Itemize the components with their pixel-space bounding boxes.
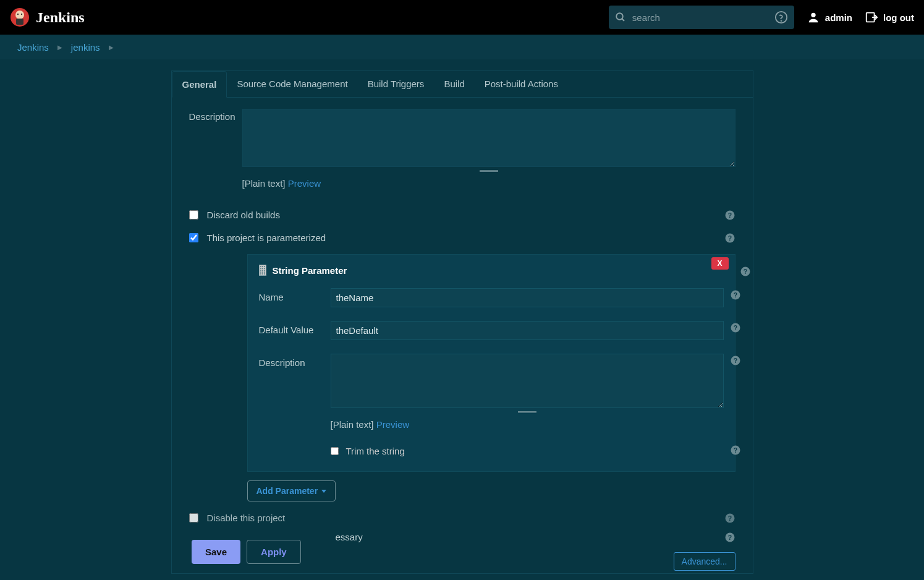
search-input[interactable] [632,12,768,23]
breadcrumb-item-root[interactable]: Jenkins [17,42,49,53]
help-icon[interactable]: ? [730,445,741,458]
param-name-label: Name [259,288,331,302]
chevron-right-icon: ▶ [109,44,114,51]
plain-text-marker: [Plain text] [331,419,374,430]
svg-text:?: ? [733,291,737,299]
resize-handle-icon[interactable] [331,411,724,413]
preview-link[interactable]: Preview [376,419,409,430]
param-name-input[interactable] [331,288,724,307]
parameterized-label: This project is parameterized [207,232,326,243]
user-link[interactable]: admin [807,11,852,24]
user-label: admin [825,12,852,23]
svg-text:?: ? [733,446,737,454]
svg-point-8 [781,20,781,21]
help-icon[interactable]: ? [730,355,741,368]
search-icon [615,12,626,23]
disable-project-checkbox[interactable] [189,513,198,522]
tab-build-triggers[interactable]: Build Triggers [358,71,434,97]
logo[interactable]: Jenkins [10,7,85,27]
string-parameter-block: X String Parameter ? Name ? [247,254,735,472]
param-default-label: Default Value [259,321,331,335]
tab-build[interactable]: Build [434,71,474,97]
string-parameter-title: String Parameter [273,265,347,276]
logout-link[interactable]: log out [865,11,914,24]
svg-line-6 [622,19,624,21]
advanced-button[interactable]: Advanced... [674,552,735,571]
logo-text: Jenkins [36,9,85,26]
breadcrumb-item-job[interactable]: jenkins [71,42,100,53]
search-help-icon[interactable] [774,11,788,24]
tab-general[interactable]: General [172,71,227,98]
logout-label: log out [883,12,914,23]
top-header: Jenkins admin log out [0,0,924,35]
tabs: General Source Code Management Build Tri… [172,71,753,98]
svg-text:?: ? [727,514,731,522]
apply-button[interactable]: Apply [247,540,301,564]
description-label: Description [189,109,242,122]
svg-point-3 [17,14,19,15]
jenkins-logo-icon [10,7,30,27]
discard-old-builds-label: Discard old builds [207,210,280,220]
help-icon[interactable]: ? [724,513,735,526]
description-textarea[interactable] [242,109,735,167]
resize-handle-icon[interactable] [242,170,735,172]
disable-project-label: Disable this project [207,513,286,523]
breadcrumb: Jenkins ▶ jenkins ▶ [0,35,924,59]
svg-text:?: ? [727,234,731,242]
save-apply-bar: Save Apply [185,534,307,570]
chevron-down-icon [321,490,326,493]
trim-string-label: Trim the string [346,446,405,456]
tab-post-build[interactable]: Post-build Actions [475,71,568,97]
concurrent-builds-fragment: essary [336,532,363,542]
svg-point-5 [616,13,623,20]
svg-text:?: ? [733,357,737,364]
help-icon[interactable]: ? [724,532,735,545]
search-box[interactable] [609,6,794,29]
add-parameter-label: Add Parameter [256,486,318,496]
help-icon[interactable]: ? [740,266,751,279]
trim-string-checkbox[interactable] [331,447,339,455]
svg-text:?: ? [743,268,747,275]
svg-text:?: ? [727,534,731,541]
param-default-input[interactable] [331,321,724,340]
help-icon[interactable]: ? [730,322,741,335]
help-icon[interactable]: ? [730,289,741,302]
svg-text:?: ? [733,324,737,331]
preview-link[interactable]: Preview [288,178,321,189]
svg-point-1 [15,11,24,19]
chevron-right-icon: ▶ [57,44,62,51]
plain-text-marker: [Plain text] [242,178,286,189]
user-icon [807,11,820,24]
param-desc-textarea[interactable] [331,354,724,408]
tab-scm[interactable]: Source Code Management [227,71,357,97]
parameterized-checkbox[interactable] [189,233,198,242]
add-parameter-button[interactable]: Add Parameter [247,480,336,501]
svg-point-4 [21,14,22,15]
svg-rect-2 [16,19,23,25]
svg-point-9 [811,13,815,17]
drag-handle-icon[interactable] [259,265,266,276]
config-panel: General Source Code Management Build Tri… [171,70,753,574]
help-icon[interactable]: ? [724,232,735,245]
save-button[interactable]: Save [192,540,240,564]
help-icon[interactable]: ? [724,210,735,223]
discard-old-builds-checkbox[interactable] [189,210,198,220]
param-desc-label: Description [259,354,331,368]
form-area: Description [Plain text] Preview Discard… [172,98,753,573]
logout-icon [865,11,878,24]
svg-text:?: ? [727,211,731,219]
